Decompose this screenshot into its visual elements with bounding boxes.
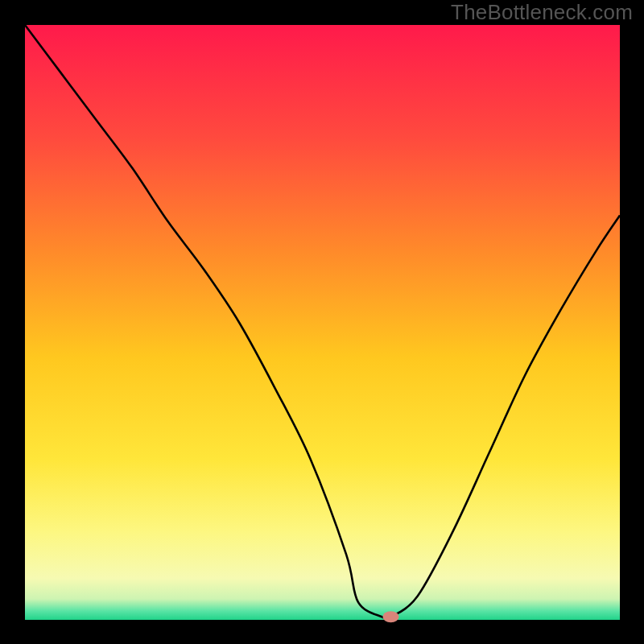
optimal-point-marker [382, 611, 398, 622]
chart-frame: TheBottleneck.com [0, 0, 644, 644]
plot-background [25, 25, 620, 620]
bottleneck-chart [0, 0, 644, 644]
watermark-label: TheBottleneck.com [451, 0, 633, 25]
